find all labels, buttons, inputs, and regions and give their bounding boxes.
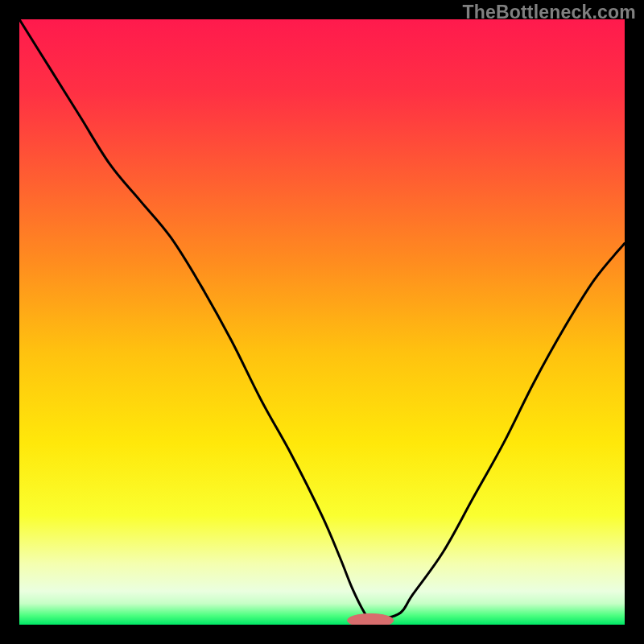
optimum-marker	[348, 613, 394, 625]
watermark-text: TheBottleneck.com	[462, 2, 636, 23]
chart-frame: TheBottleneck.com	[0, 0, 644, 644]
plot-area	[19, 19, 625, 625]
gradient-background	[19, 19, 625, 625]
chart-svg	[19, 19, 625, 625]
